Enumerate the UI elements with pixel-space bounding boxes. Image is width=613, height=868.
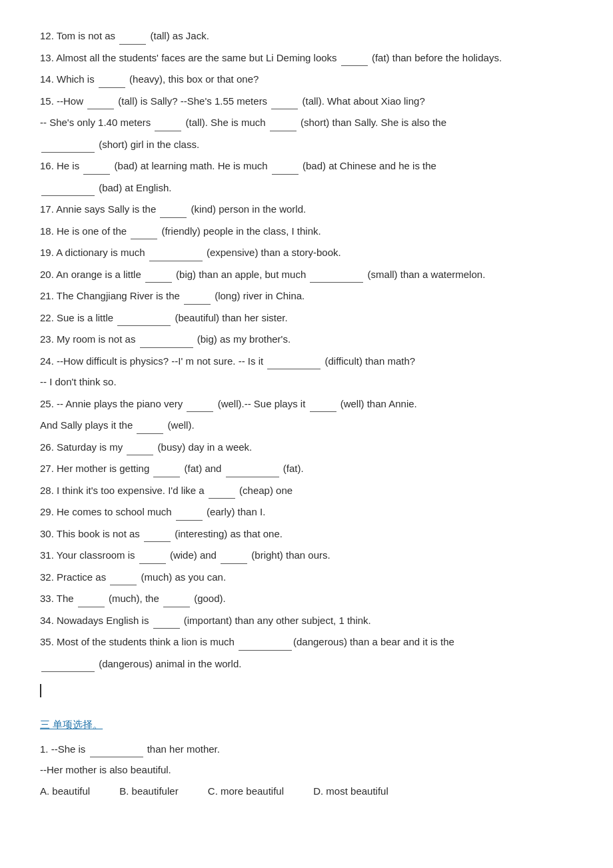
question-13: 13. Almost all the students' faces are t… — [40, 49, 573, 67]
question-32: 32. Practice as (much) as you can. — [40, 568, 573, 586]
question-16-cont: (bad) at English. — [40, 179, 573, 197]
q35-text: 35. Most of the students think a lion is… — [40, 636, 454, 647]
q33-text: 33. The (much), the (good). — [40, 593, 226, 604]
question-15-cont2: (short) girl in the class. — [40, 135, 573, 153]
q20-blank2[interactable] — [310, 265, 363, 283]
q14-blank1[interactable] — [99, 70, 125, 88]
question-24: 24. --How difficult is physics? --I' m n… — [40, 352, 573, 370]
question-30: 30. This book is not as (interesting) as… — [40, 525, 573, 543]
q21-text: 21. The Changjiang River is the (long) r… — [40, 290, 305, 301]
q31-blank2[interactable] — [221, 546, 247, 564]
option-d: D. most beautiful — [313, 783, 388, 800]
q26-blank1[interactable] — [127, 438, 153, 456]
q33-blank2[interactable] — [163, 589, 190, 607]
q15-text: 15. --How (tall) is Sally? --She's 1.55 … — [40, 95, 425, 107]
q15-blank2[interactable] — [271, 92, 298, 110]
question-26: 26. Saturday is my (busy) day in a week. — [40, 438, 573, 456]
question-20: 20. An orange is a little (big) than an … — [40, 265, 573, 283]
s3q1-blank1[interactable] — [90, 740, 143, 758]
s3q1-options: A. beautiful B. beautifuler C. more beau… — [40, 783, 573, 800]
q15-blank1[interactable] — [87, 92, 114, 110]
q16c-text: (bad) at English. — [40, 182, 171, 193]
q30-text: 30. This book is not as (interesting) as… — [40, 528, 283, 539]
q25-blank2[interactable] — [310, 395, 336, 413]
q35-blank1[interactable] — [239, 633, 292, 651]
q16-blank1[interactable] — [83, 157, 110, 175]
q25-blank1[interactable] — [187, 395, 213, 413]
question-22: 22. Sue is a little (beautiful) than her… — [40, 309, 573, 327]
question-35-cont: (dangerous) animal in the world. — [40, 655, 573, 673]
question-31: 31. Your classroom is (wide) and (bright… — [40, 546, 573, 564]
q15-blank4[interactable] — [270, 113, 297, 131]
question-33: 33. The (much), the (good). — [40, 589, 573, 607]
s3q1-text: 1. --She is than her mother. — [40, 743, 220, 755]
question-25: 25. -- Annie plays the piano very (well)… — [40, 395, 573, 413]
q20-text: 20. An orange is a little (big) than an … — [40, 269, 485, 280]
q22-blank1[interactable] — [117, 309, 171, 327]
worksheet-content: 12. Tom is not as (tall) as Jack. 13. Al… — [40, 27, 573, 799]
q18-blank1[interactable] — [131, 222, 157, 240]
q19-blank1[interactable] — [149, 243, 203, 261]
q35c-text: (dangerous) animal in the world. — [40, 658, 241, 669]
q31-blank1[interactable] — [139, 546, 166, 564]
question-21: 21. The Changjiang River is the (long) r… — [40, 287, 573, 305]
q31-text: 31. Your classroom is (wide) and (bright… — [40, 549, 330, 561]
q20-blank1[interactable] — [145, 265, 172, 283]
q21-blank1[interactable] — [184, 287, 211, 305]
q30-blank1[interactable] — [144, 525, 171, 543]
question-18: 18. He is one of the (friendly) people i… — [40, 222, 573, 240]
q18-text: 18. He is one of the (friendly) people i… — [40, 225, 321, 237]
q27-blank2[interactable] — [226, 459, 279, 477]
q16-blank2[interactable] — [272, 157, 299, 175]
option-c: C. more beautiful — [208, 783, 284, 800]
question-35: 35. Most of the students think a lion is… — [40, 633, 573, 651]
q12-blank1[interactable] — [119, 27, 146, 45]
q26-text: 26. Saturday is my (busy) day in a week. — [40, 441, 252, 453]
q13-text: 13. Almost all the students' faces are t… — [40, 52, 502, 63]
q35-blank2[interactable] — [41, 655, 95, 673]
question-27: 27. Her mother is getting (fat) and (fat… — [40, 459, 573, 477]
q12-text: 12. Tom is not as (tall) as Jack. — [40, 30, 209, 41]
question-34: 34. Nowadays English is (important) than… — [40, 611, 573, 629]
q25-blank3[interactable] — [137, 416, 163, 434]
q34-text: 34. Nowadays English is (important) than… — [40, 615, 371, 626]
q29-blank1[interactable] — [176, 503, 203, 521]
question-15-cont1: -- She's only 1.40 meters (tall). She is… — [40, 113, 573, 131]
question-16: 16. He is (bad) at learning math. He is … — [40, 157, 573, 175]
section3-q1: 1. --She is than her mother. — [40, 740, 573, 758]
q29-text: 29. He comes to school much (early) than… — [40, 506, 265, 517]
q25c-text: And Sally plays it the (well). — [40, 419, 195, 431]
s3q1-continuation: --Her mother is also beautiful. — [40, 761, 573, 779]
q24c-text: -- I don't think so. — [40, 376, 117, 387]
q17-blank1[interactable] — [160, 200, 187, 218]
option-a: A. beautiful — [40, 783, 90, 800]
question-17: 17. Annie says Sally is the (kind) perso… — [40, 200, 573, 218]
question-15: 15. --How (tall) is Sally? --She's 1.55 … — [40, 92, 573, 110]
q32-text: 32. Practice as (much) as you can. — [40, 571, 226, 583]
q16-blank3[interactable] — [41, 179, 95, 197]
q16-text: 16. He is (bad) at learning math. He is … — [40, 160, 436, 171]
question-25-cont: And Sally plays it the (well). — [40, 416, 573, 434]
q24-blank1[interactable] — [267, 352, 320, 370]
q32-blank1[interactable] — [110, 568, 137, 586]
q15-blank5[interactable] — [41, 135, 95, 153]
q23-text: 23. My room is not as (big) as my brothe… — [40, 333, 291, 345]
question-14: 14. Which is (heavy), this box or that o… — [40, 70, 573, 88]
q27-blank1[interactable] — [153, 459, 180, 477]
q19-text: 19. A dictionary is much (expensive) tha… — [40, 247, 341, 258]
question-23: 23. My room is not as (big) as my brothe… — [40, 330, 573, 348]
q15c2-text: (short) girl in the class. — [40, 139, 199, 150]
q25-text: 25. -- Annie plays the piano very (well)… — [40, 398, 417, 409]
q14-text: 14. Which is (heavy), this box or that o… — [40, 73, 259, 85]
q13-blank1[interactable] — [341, 49, 368, 67]
option-b: B. beautifuler — [119, 783, 178, 800]
q23-blank1[interactable] — [140, 330, 193, 348]
s3q1-cont-text: --Her mother is also beautiful. — [40, 764, 171, 775]
q33-blank1[interactable] — [78, 589, 105, 607]
q28-blank1[interactable] — [209, 481, 235, 499]
q15-blank3[interactable] — [155, 113, 181, 131]
question-28: 28. I think it's too expensive. I'd like… — [40, 481, 573, 499]
divider — [40, 684, 41, 697]
question-24-cont: -- I don't think so. — [40, 373, 573, 391]
q34-blank1[interactable] — [153, 611, 180, 629]
